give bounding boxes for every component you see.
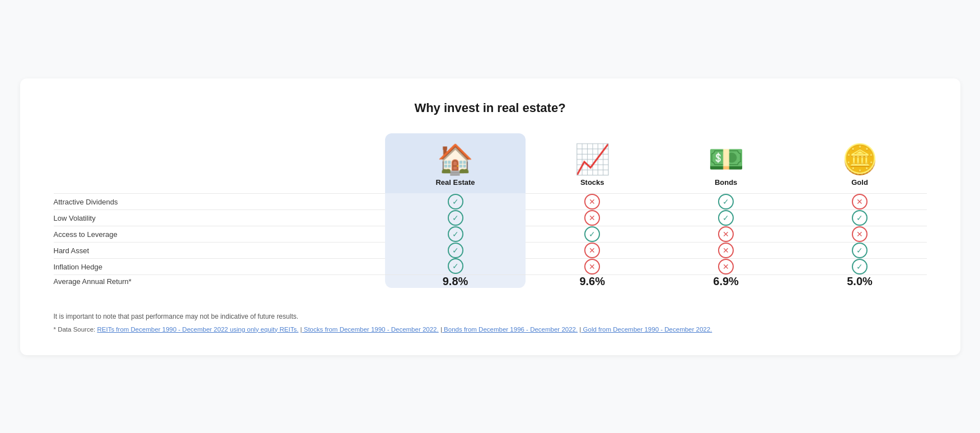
return-row: Average Annual Return*9.8%9.6%6.9%5.0% <box>54 274 927 288</box>
source-link-0[interactable]: REITs from December 1990 - December 2022… <box>97 326 299 333</box>
cell-bonds-row-4: ✕ <box>659 258 793 274</box>
row-label: Access to Leverage <box>54 226 386 242</box>
disclaimer-text: It is important to note that past perfor… <box>54 313 927 320</box>
cell-stocks-row-4: ✕ <box>526 258 659 274</box>
cell-gold-row-2: ✕ <box>793 226 927 242</box>
check-icon: ✓ <box>448 226 463 242</box>
cell-bonds-row-0: ✓ <box>659 193 793 209</box>
check-icon: ✓ <box>584 226 600 242</box>
sources-text: * Data Source: REITs from December 1990 … <box>54 326 927 333</box>
table-row: Hard Asset✓✕✕✓ <box>54 242 927 258</box>
table-row: Low Volatility✓✕✓✓ <box>54 209 927 226</box>
real-estate-icon: 🏠 <box>396 145 514 174</box>
check-icon: ✓ <box>718 210 734 226</box>
cross-icon: ✕ <box>852 226 868 242</box>
cell-real-estate-row-3: ✓ <box>385 242 525 258</box>
table-row: Access to Leverage✓✓✕✕ <box>54 226 927 242</box>
return-value-0: 9.6% <box>526 274 659 288</box>
check-icon: ✓ <box>448 258 463 274</box>
check-icon: ✓ <box>852 259 868 274</box>
cross-icon: ✕ <box>584 210 600 226</box>
col-header-real-estate: 🏠 Real Estate <box>385 133 525 194</box>
cross-icon: ✕ <box>584 194 600 209</box>
row-label: Hard Asset <box>54 242 386 258</box>
return-value-1: 6.9% <box>659 274 793 288</box>
cell-real-estate-row-0: ✓ <box>385 193 525 209</box>
cell-bonds-row-1: ✓ <box>659 209 793 226</box>
stocks-icon: 📈 <box>537 145 648 174</box>
empty-header <box>54 133 386 194</box>
cross-icon: ✕ <box>584 243 600 258</box>
sources-links: REITs from December 1990 - December 2022… <box>97 326 712 333</box>
gold-label: Gold <box>804 178 916 187</box>
col-header-bonds: 💵 Bonds <box>659 133 793 194</box>
cell-stocks-row-2: ✓ <box>526 226 659 242</box>
check-icon: ✓ <box>448 194 463 209</box>
cross-icon: ✕ <box>718 226 734 242</box>
check-icon: ✓ <box>718 194 734 209</box>
cross-icon: ✕ <box>852 194 868 209</box>
cell-bonds-row-2: ✕ <box>659 226 793 242</box>
source-link-3[interactable]: Gold from December 1990 - December 2022. <box>581 326 712 333</box>
table-row: Attractive Dividends✓✕✓✕ <box>54 193 927 209</box>
check-icon: ✓ <box>852 210 868 226</box>
footnote-section: It is important to note that past perfor… <box>54 304 927 333</box>
stocks-label: Stocks <box>537 178 648 187</box>
cell-gold-row-0: ✕ <box>793 193 927 209</box>
source-link-2[interactable]: Bonds from December 1996 - December 2022… <box>442 326 578 333</box>
cell-real-estate-row-2: ✓ <box>385 226 525 242</box>
cross-icon: ✕ <box>718 259 734 274</box>
source-prefix: * Data Source: <box>54 326 96 333</box>
table-body: Attractive Dividends✓✕✓✕Low Volatility✓✕… <box>54 193 927 288</box>
cell-gold-row-4: ✓ <box>793 258 927 274</box>
cell-gold-row-1: ✓ <box>793 209 927 226</box>
col-header-stocks: 📈 Stocks <box>526 133 659 194</box>
cell-stocks-row-1: ✕ <box>526 209 659 226</box>
bonds-icon: 💵 <box>670 145 782 174</box>
col-header-gold: 🪙 Gold <box>793 133 927 194</box>
gold-icon: 🪙 <box>804 145 916 174</box>
real-estate-label: Real Estate <box>396 178 514 187</box>
comparison-table: 🏠 Real Estate 📈 Stocks 💵 Bonds <box>54 133 927 288</box>
cross-icon: ✕ <box>584 259 600 274</box>
check-icon: ✓ <box>448 210 463 226</box>
cell-stocks-row-3: ✕ <box>526 242 659 258</box>
table-row: Inflation Hedge✓✕✕✓ <box>54 258 927 274</box>
cell-real-estate-row-4: ✓ <box>385 258 525 274</box>
header-row: 🏠 Real Estate 📈 Stocks 💵 Bonds <box>54 133 927 194</box>
row-label: Inflation Hedge <box>54 258 386 274</box>
cell-stocks-row-0: ✕ <box>526 193 659 209</box>
cell-bonds-row-3: ✕ <box>659 242 793 258</box>
return-value-2: 5.0% <box>793 274 927 288</box>
bonds-label: Bonds <box>670 178 782 187</box>
row-label: Attractive Dividends <box>54 193 386 209</box>
return-label: Average Annual Return* <box>54 274 386 288</box>
main-card: Why invest in real estate? 🏠 Real Estate… <box>20 78 960 355</box>
cross-icon: ✕ <box>718 243 734 258</box>
return-real-estate: 9.8% <box>385 274 525 288</box>
cell-gold-row-3: ✓ <box>793 242 927 258</box>
source-link-1[interactable]: Stocks from December 1990 - December 202… <box>302 326 439 333</box>
page-title: Why invest in real estate? <box>54 101 927 115</box>
check-icon: ✓ <box>852 243 868 258</box>
check-icon: ✓ <box>448 243 463 258</box>
cell-real-estate-row-1: ✓ <box>385 209 525 226</box>
